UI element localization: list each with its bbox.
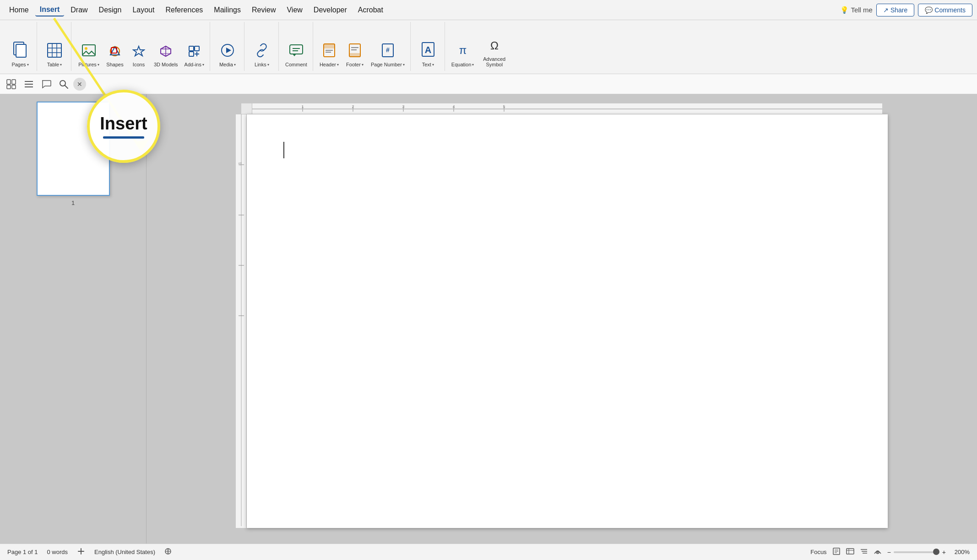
svg-rect-19 bbox=[189, 52, 194, 56]
svg-text:1: 1 bbox=[301, 104, 304, 109]
zoom-out-btn[interactable]: − bbox=[887, 549, 891, 556]
ribbon-btn-symbol[interactable]: Ω Advanced Symbol bbox=[480, 36, 508, 69]
toolbar-list-btn[interactable] bbox=[21, 76, 37, 92]
zoom-in-btn[interactable]: + bbox=[942, 549, 946, 556]
ribbon-btn-pages[interactable]: Pages ▾ bbox=[6, 39, 34, 69]
ribbon-btn-shapes[interactable]: Shapes bbox=[103, 43, 126, 69]
equation-label: Equation bbox=[451, 62, 471, 67]
header-icon bbox=[323, 43, 336, 60]
ribbon-btn-icons[interactable]: Icons bbox=[127, 43, 150, 69]
links-icon bbox=[255, 43, 269, 60]
ribbon-btn-comment[interactable]: Comment bbox=[282, 41, 310, 69]
tell-me-button[interactable]: 💡 Tell me bbox=[840, 6, 873, 14]
pages-label: Pages bbox=[11, 62, 26, 67]
ruler-vertical: -1 bbox=[236, 114, 247, 528]
menu-mailings[interactable]: Mailings bbox=[209, 4, 245, 16]
shapes-label: Shapes bbox=[106, 62, 123, 67]
menu-home[interactable]: Home bbox=[5, 4, 33, 16]
svg-text:3: 3 bbox=[402, 104, 404, 109]
zoom-slider[interactable]: − + bbox=[887, 549, 946, 556]
symbol-label: Symbol bbox=[486, 62, 503, 67]
ribbon-group-links: Links ▾ bbox=[245, 22, 279, 71]
menu-review[interactable]: Review bbox=[247, 4, 280, 16]
menu-view[interactable]: View bbox=[282, 4, 307, 16]
ribbon-btn-media[interactable]: Media ▾ bbox=[214, 41, 241, 69]
outline-view-btn[interactable] bbox=[860, 547, 868, 557]
ribbon-btn-pictures[interactable]: Pictures ▾ bbox=[75, 41, 103, 69]
ribbon-btn-header[interactable]: Header ▾ bbox=[317, 41, 342, 69]
menu-references[interactable]: References bbox=[161, 4, 207, 16]
main-area: 1 1 2 3 4 5 bbox=[0, 94, 977, 544]
ribbon-btn-3d-models[interactable]: 3D Models bbox=[151, 43, 181, 69]
svg-rect-33 bbox=[349, 53, 360, 57]
statusbar: Page 1 of 1 0 words English (United Stat… bbox=[0, 544, 977, 560]
page-number-icon: # bbox=[381, 43, 394, 60]
media-icon bbox=[220, 43, 235, 60]
ribbon: Pages ▾ Table bbox=[0, 20, 977, 74]
toolbar-close-btn[interactable]: ✕ bbox=[73, 78, 86, 91]
toolbar-search-btn[interactable] bbox=[56, 76, 71, 92]
pages-icon bbox=[13, 41, 27, 60]
menubar: Home Insert Draw Design Layout Reference… bbox=[0, 0, 977, 20]
toolbar-pages-btn[interactable] bbox=[4, 76, 19, 92]
zoom-level[interactable]: 200% bbox=[951, 549, 970, 555]
document-area[interactable]: 1 2 3 4 5 -1 bbox=[147, 94, 977, 544]
equation-icon: π bbox=[456, 43, 469, 60]
svg-rect-18 bbox=[195, 46, 199, 51]
text-icon: A bbox=[421, 41, 435, 60]
share-button[interactable]: ↗ Share bbox=[876, 4, 914, 16]
ribbon-group-pages: Pages ▾ bbox=[4, 22, 37, 71]
pictures-label: Pictures bbox=[78, 62, 97, 67]
page-number-label: Page Number bbox=[371, 62, 402, 67]
svg-text:Ω: Ω bbox=[490, 39, 499, 52]
ribbon-btn-text[interactable]: A Text ▾ bbox=[414, 39, 442, 69]
menu-insert[interactable]: Insert bbox=[35, 4, 65, 16]
ribbon-btn-equation[interactable]: π Equation ▾ bbox=[449, 41, 477, 69]
menu-draw[interactable]: Draw bbox=[66, 4, 92, 16]
ribbon-btn-add-ins[interactable]: Add-ins ▾ bbox=[182, 43, 207, 69]
word-count-label: 0 words bbox=[47, 549, 68, 555]
menu-acrobat[interactable]: Acrobat bbox=[353, 4, 388, 16]
web-layout-btn[interactable] bbox=[846, 547, 854, 557]
table-icon bbox=[47, 43, 62, 60]
share-icon: ↗ bbox=[883, 6, 889, 14]
menu-developer[interactable]: Developer bbox=[309, 4, 352, 16]
focus-btn[interactable]: Focus bbox=[810, 549, 826, 555]
language-label[interactable]: English (United States) bbox=[94, 549, 155, 555]
document-page[interactable] bbox=[247, 114, 888, 528]
ribbon-group-illustrations: Pictures ▾ Shapes bbox=[72, 22, 210, 71]
ribbon-btn-page-number[interactable]: # Page Number ▾ bbox=[368, 41, 407, 69]
print-layout-btn[interactable] bbox=[832, 547, 841, 557]
comments-icon: 💬 bbox=[925, 6, 933, 14]
page-count-label: Page 1 of 1 bbox=[7, 549, 38, 555]
svg-rect-1 bbox=[16, 44, 26, 57]
reading-view-btn[interactable] bbox=[874, 547, 882, 557]
svg-rect-24 bbox=[290, 45, 303, 54]
comments-button[interactable]: 💬 Comments bbox=[918, 4, 972, 16]
footer-icon bbox=[348, 43, 361, 60]
track-changes-icon[interactable] bbox=[77, 547, 85, 557]
ribbon-btn-footer[interactable]: Footer ▾ bbox=[343, 41, 366, 69]
header-label: Header bbox=[320, 62, 336, 67]
svg-text:4: 4 bbox=[452, 104, 455, 109]
ribbon-group-comment: Comment bbox=[280, 22, 313, 71]
menu-layout[interactable]: Layout bbox=[128, 4, 159, 16]
table-label: Table bbox=[47, 62, 59, 67]
ribbon-btn-links[interactable]: Links ▾ bbox=[248, 41, 276, 69]
ribbon-btn-table[interactable]: Table ▾ bbox=[41, 41, 68, 69]
language-settings-icon[interactable] bbox=[164, 548, 172, 556]
toolbar-comments-btn[interactable] bbox=[38, 76, 54, 92]
zoom-track[interactable] bbox=[894, 551, 939, 553]
zoom-thumb[interactable] bbox=[933, 549, 939, 555]
svg-rect-45 bbox=[12, 85, 16, 89]
page-thumbnail[interactable] bbox=[37, 102, 110, 196]
ribbon-group-header-footer: Header ▾ Footer ▾ bbox=[314, 22, 411, 71]
svg-text:-1: -1 bbox=[238, 162, 242, 166]
svg-marker-23 bbox=[226, 48, 231, 53]
toolbar: ✕ bbox=[0, 74, 977, 94]
ribbon-group-symbols: π Equation ▾ Ω Advanced Symbol bbox=[446, 22, 511, 71]
menu-design[interactable]: Design bbox=[94, 4, 126, 16]
ribbon-group-media: Media ▾ bbox=[211, 22, 244, 71]
footer-label: Footer bbox=[346, 62, 361, 67]
comment-icon bbox=[289, 43, 304, 60]
